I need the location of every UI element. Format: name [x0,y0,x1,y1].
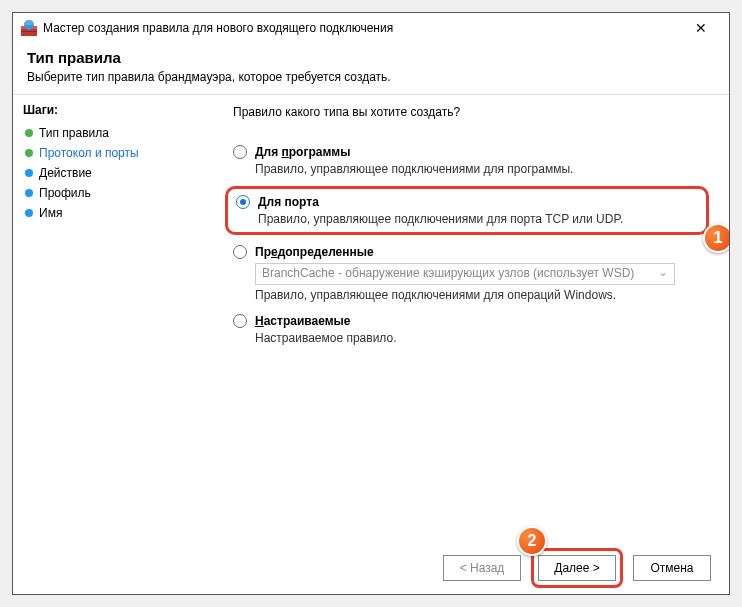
option-description: Правило, управляющее подключениями для о… [255,288,709,302]
option-label: Настраиваемые [255,314,350,328]
option-label: Для программы [255,145,350,159]
step-action[interactable]: Действие [23,163,193,183]
wizard-footer: < Назад Далее > Отмена 2 [13,542,729,594]
option-label: Для порта [258,195,319,209]
radio-icon[interactable] [233,245,247,259]
annotation-badge-1: 1 [703,223,729,253]
svg-rect-2 [21,31,37,32]
step-bullet-icon [25,149,33,157]
option-description: Настраиваемое правило. [255,331,709,345]
close-button[interactable]: ✕ [681,14,721,42]
step-protocol-ports[interactable]: Протокол и порты [23,143,193,163]
annotation-highlight-port: Для порта Правило, управляющее подключен… [225,186,709,235]
cancel-button[interactable]: Отмена [633,555,711,581]
option-program[interactable]: Для программы Правило, управляющее подкл… [233,141,709,184]
step-bullet-icon [25,189,33,197]
step-bullet-icon [25,209,33,217]
radio-icon[interactable] [233,145,247,159]
annotation-badge-2: 2 [517,526,547,556]
steps-heading: Шаги: [23,103,193,117]
main-prompt: Правило какого типа вы хотите создать? [233,105,709,119]
step-profile[interactable]: Профиль [23,183,193,203]
back-button[interactable]: < Назад [443,555,521,581]
step-bullet-icon [25,169,33,177]
option-label: Предопределенные [255,245,374,259]
wizard-main: Правило какого типа вы хотите создать? Д… [203,95,729,542]
step-rule-type[interactable]: Тип правила [23,123,193,143]
option-predefined[interactable]: Предопределенные BranchCache - обнаружен… [233,241,709,310]
step-label: Действие [39,166,92,180]
steps-sidebar: Шаги: Тип правила Протокол и порты Дейст… [13,95,203,542]
step-label: Протокол и порты [39,146,139,160]
window-title: Мастер создания правила для нового входя… [43,21,681,35]
page-title: Тип правила [27,49,715,66]
step-label: Тип правила [39,126,109,140]
titlebar: Мастер создания правила для нового входя… [13,13,729,43]
step-label: Профиль [39,186,91,200]
wizard-body: Шаги: Тип правила Протокол и порты Дейст… [13,95,729,542]
next-button[interactable]: Далее > [538,555,616,581]
step-label: Имя [39,206,62,220]
option-port[interactable]: Для порта Правило, управляющее подключен… [236,195,698,226]
step-name[interactable]: Имя [23,203,193,223]
step-bullet-icon [25,129,33,137]
rule-type-radio-group: Для программы Правило, управляющее подкл… [233,141,709,353]
annotation-highlight-next: Далее > [531,548,623,588]
wizard-header: Тип правила Выберите тип правила брандма… [13,43,729,94]
radio-icon[interactable] [236,195,250,209]
wizard-window: Мастер создания правила для нового входя… [12,12,730,595]
option-description: Правило, управляющее подключениями для п… [255,162,709,176]
predefined-select[interactable]: BranchCache - обнаружение кэширующих узл… [255,263,675,285]
radio-icon[interactable] [233,314,247,328]
option-custom[interactable]: Настраиваемые Настраиваемое правило. [233,310,709,353]
option-description: Правило, управляющее подключениями для п… [258,212,698,226]
page-subtitle: Выберите тип правила брандмауэра, которо… [27,70,715,84]
firewall-icon [21,20,37,36]
